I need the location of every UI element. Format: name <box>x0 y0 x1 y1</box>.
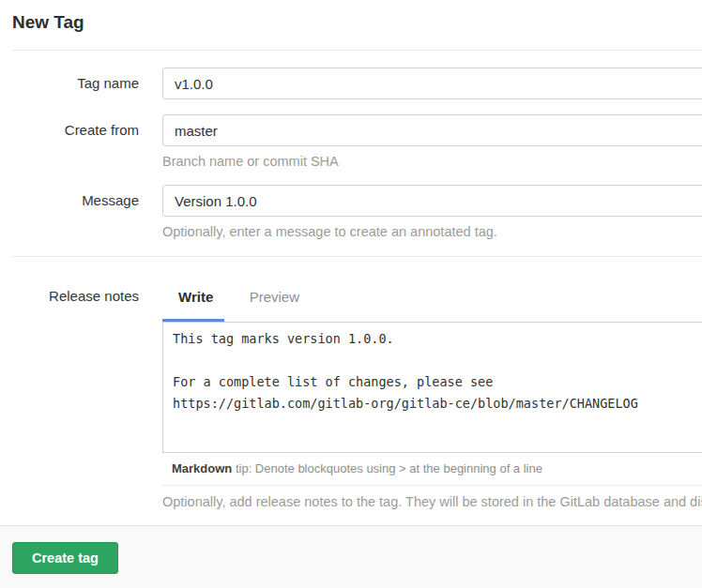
form-actions-footer: Create tag <box>0 525 702 588</box>
create-from-label: Create from <box>0 114 139 170</box>
markdown-tip-bar: Markdown tip: Denote blockquotes using >… <box>162 453 702 486</box>
new-tag-page: New Tag Tag name Create from Branch name… <box>0 0 702 588</box>
create-from-row: Create from Branch name or commit SHA <box>0 114 702 170</box>
tab-preview[interactable]: Preview <box>234 286 315 307</box>
section-divider <box>12 256 702 257</box>
tag-name-input[interactable] <box>162 68 702 99</box>
message-label: Message <box>0 185 139 240</box>
markdown-editor-tabs: Write Preview <box>162 286 702 322</box>
tag-name-row: Tag name <box>0 68 702 99</box>
page-title: New Tag <box>0 0 702 32</box>
release-notes-row: Release notes Write Preview This tag mar… <box>0 286 702 510</box>
release-notes-help: Optionally, add release notes to the tag… <box>162 493 702 510</box>
message-row: Message Optionally, enter a message to c… <box>0 185 702 240</box>
create-tag-button[interactable]: Create tag <box>12 542 118 574</box>
release-notes-label: Release notes <box>0 286 139 510</box>
message-input[interactable] <box>162 185 702 217</box>
create-from-input[interactable] <box>162 114 702 146</box>
tag-name-label: Tag name <box>0 68 139 99</box>
create-from-help: Branch name or commit SHA <box>162 153 702 170</box>
active-tab-indicator <box>162 319 224 322</box>
tab-write[interactable]: Write <box>162 286 229 307</box>
message-help: Optionally, enter a message to create an… <box>162 223 702 240</box>
markdown-tip-bold: Markdown <box>172 461 232 475</box>
markdown-tip-text: tip: Denote blockquotes using > at the b… <box>232 461 542 475</box>
release-notes-textarea[interactable]: This tag marks version 1.0.0. For a comp… <box>162 322 702 453</box>
new-tag-form: Tag name Create from Branch name or comm… <box>0 51 702 510</box>
